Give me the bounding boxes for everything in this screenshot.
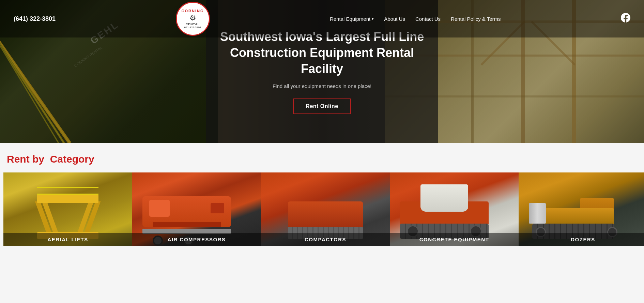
hero-subtitle: Find all your equipment needs in one pla… xyxy=(273,83,371,89)
logo-sub-text: 641-322-3801 xyxy=(184,26,201,29)
category-title-plain: Rent by xyxy=(7,153,44,165)
aerial-lifts-label: AERIAL LIFTS xyxy=(3,233,132,246)
air-compressors-label: AIR COMPRESSORS xyxy=(132,233,261,246)
concrete-equipment-label: CONCRETE EQUIPMENT xyxy=(390,233,519,246)
facebook-icon[interactable] xyxy=(621,13,630,25)
logo-bottom-text: RENTAL xyxy=(186,22,200,26)
nav-rental-equipment[interactable]: Rental Equipment ▾ xyxy=(330,16,374,22)
site-logo[interactable]: CORNING ⚙ RENTAL 641-322-3801 xyxy=(176,2,210,36)
dozer-graphic xyxy=(532,188,621,239)
category-section: Rent by Category AERIA xyxy=(0,143,644,246)
category-card-dozers[interactable]: DOZERS xyxy=(519,172,644,246)
scissor-lift-graphic xyxy=(37,188,98,239)
hero-section: GEHL CORNING RENTAL (641) 322-3801 CORNI… xyxy=(0,0,644,143)
rent-online-button[interactable]: Rent Online xyxy=(293,99,350,114)
chevron-down-icon: ▾ xyxy=(372,17,374,21)
nav-rental-equipment-label: Rental Equipment xyxy=(330,16,370,22)
logo-circle: CORNING ⚙ RENTAL 641-322-3801 xyxy=(176,2,210,36)
category-title-highlight: Category xyxy=(50,153,94,165)
dozers-label: DOZERS xyxy=(519,233,644,246)
nav-contact-us[interactable]: Contact Us xyxy=(415,16,441,22)
category-card-concrete-equipment[interactable]: CONCRETE EQUIPMENT xyxy=(390,172,519,246)
compactors-label: COMPACTORS xyxy=(261,233,390,246)
nav-about-us[interactable]: About Us xyxy=(384,16,405,22)
main-nav: Rental Equipment ▾ About Us Contact Us R… xyxy=(330,16,501,22)
logo-top-text: CORNING xyxy=(182,9,204,13)
nav-rental-policy[interactable]: Rental Policy & Terms xyxy=(451,16,501,22)
category-grid: AERIAL LIFTS xyxy=(3,172,644,246)
category-card-air-compressors[interactable]: AIR COMPRESSORS xyxy=(132,172,261,246)
category-card-compactors[interactable]: COMPACTORS xyxy=(261,172,390,246)
dumper-graphic xyxy=(400,191,489,239)
logo-icon: ⚙ xyxy=(189,14,196,22)
compressor-graphic xyxy=(142,196,238,237)
site-header: (641) 322-3801 CORNING ⚙ RENTAL 641-322-… xyxy=(0,0,644,37)
category-card-aerial-lifts[interactable]: AERIAL LIFTS xyxy=(3,172,132,246)
compactor-graphic xyxy=(288,191,363,239)
category-section-title: Rent by Category xyxy=(3,153,641,165)
header-phone[interactable]: (641) 322-3801 xyxy=(14,15,56,22)
